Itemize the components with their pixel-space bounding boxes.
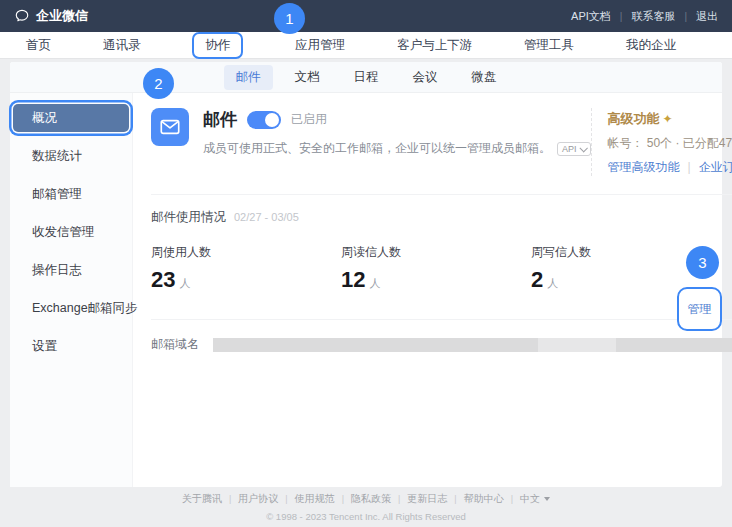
sidebar-item-mailbox-management[interactable]: 邮箱管理 [10, 180, 132, 208]
envelope-icon [159, 116, 181, 138]
annotation-step-2: 2 [143, 68, 174, 99]
app-header-info: 邮件 已启用 成员可使用正式、安全的工作邮箱，企业可以统一管理成员邮箱。 API [203, 108, 591, 176]
contact-support-link[interactable]: 联系客服 [611, 9, 676, 24]
app-header: 邮件 已启用 成员可使用正式、安全的工作邮箱，企业可以统一管理成员邮箱。 API [151, 93, 732, 176]
nav-item-customers[interactable]: 客户与上下游 [397, 37, 472, 54]
app-description: 成员可使用正式、安全的工作邮箱，企业可以统一管理成员邮箱。 [203, 140, 551, 157]
stat-unit: 人 [547, 276, 558, 291]
language-label: 中文 [520, 493, 540, 504]
stat-weekly-users: 周使用人数 23 人 [151, 244, 341, 293]
nav-item-admin-tools[interactable]: 管理工具 [524, 37, 574, 54]
stat-label: 周读信人数 [341, 244, 531, 261]
footer-link-usage-rules[interactable]: 使用规范 [278, 492, 334, 506]
tab-bar: 邮件 文档 日程 会议 微盘 [10, 62, 722, 93]
usage-stats: 周使用人数 23 人 周读信人数 12 人 [151, 244, 732, 293]
domain-redacted-bar [213, 338, 732, 352]
stat-unit: 人 [179, 276, 190, 291]
enterprise-order-link[interactable]: 企业订单 [680, 159, 732, 176]
tab-meeting[interactable]: 会议 [401, 65, 450, 90]
manage-premium-link[interactable]: 管理高级功能 [608, 159, 680, 176]
footer-link-user-agreement[interactable]: 用户协议 [222, 492, 278, 506]
stat-value: 12 [341, 267, 365, 293]
nav-item-contacts[interactable]: 通讯录 [103, 37, 141, 54]
sidebar-item-exchange-sync[interactable]: Exchange邮箱同步 [10, 294, 132, 322]
footer-link-privacy[interactable]: 隐私政策 [335, 492, 391, 506]
sidebar: 概况 数据统计 邮箱管理 收发信管理 操作日志 Exchange邮箱同步 设置 [10, 93, 133, 487]
sidebar-item-operation-log[interactable]: 操作日志 [10, 256, 132, 284]
premium-panel: 高级功能✦ 帐号： 50个 · 已分配47个 管理高级功能 企业订单 [591, 108, 732, 176]
mail-app-icon [151, 108, 189, 146]
nav-item-app-management[interactable]: 应用管理 [295, 37, 345, 54]
footer-link-about[interactable]: 关于腾讯 [182, 492, 222, 506]
api-dropdown-badge[interactable]: API [557, 142, 591, 156]
footer-links: 关于腾讯 用户协议 使用规范 隐私政策 更新日志 帮助中心 中文 [0, 492, 732, 506]
api-docs-link[interactable]: API文档 [571, 9, 611, 24]
footer-link-changelog[interactable]: 更新日志 [391, 492, 447, 506]
topbar: 企业微信 API文档 联系客服 退出 [0, 0, 732, 32]
footer-link-help-center[interactable]: 帮助中心 [447, 492, 503, 506]
nav-item-home[interactable]: 首页 [26, 37, 51, 54]
annotation-box-step1: 协作 [192, 32, 243, 59]
usage-title: 邮件使用情况 [151, 210, 226, 224]
domain-bar-highlight [538, 338, 617, 352]
app-title: 邮件 [203, 108, 237, 131]
tab-calendar[interactable]: 日程 [342, 65, 391, 90]
nav-item-my-company[interactable]: 我的企业 [626, 37, 676, 54]
sparkle-icon: ✦ [663, 112, 673, 126]
stat-label: 周使用人数 [151, 244, 341, 261]
sidebar-item-overview[interactable]: 概况 [13, 104, 129, 132]
tab-drive[interactable]: 微盘 [460, 65, 509, 90]
brand-name: 企业微信 [36, 7, 88, 25]
mail-enabled-toggle[interactable] [247, 111, 281, 129]
stat-value: 2 [531, 267, 543, 293]
sidebar-item-statistics[interactable]: 数据统计 [10, 142, 132, 170]
annotation-step-1: 1 [274, 3, 305, 34]
sidebar-item-send-receive[interactable]: 收发信管理 [10, 218, 132, 246]
stat-weekly-readers: 周读信人数 12 人 [341, 244, 531, 293]
domain-label: 邮箱域名 [151, 336, 199, 353]
premium-title: 高级功能 [608, 111, 660, 126]
mail-domain-row: 邮箱域名 [151, 319, 732, 353]
stat-unit: 人 [369, 276, 380, 291]
annotation-box-step3: 管理 [677, 287, 722, 331]
sidebar-item-settings[interactable]: 设置 [10, 332, 132, 360]
manage-domain-button[interactable]: 管理 [688, 301, 712, 318]
wecom-logo-icon [14, 8, 30, 24]
caret-down-icon [544, 497, 550, 501]
enabled-status-label: 已启用 [291, 111, 327, 128]
toggle-knob [265, 113, 279, 127]
stat-value: 23 [151, 267, 175, 293]
footer: 关于腾讯 用户协议 使用规范 隐私政策 更新日志 帮助中心 中文 © 1998 … [0, 492, 732, 522]
content-card: 邮件 文档 日程 会议 微盘 概况 数据统计 邮箱管理 收发信管理 操作日志 E… [10, 62, 722, 487]
topbar-links: API文档 联系客服 退出 [571, 9, 718, 24]
main-panel: 邮件 已启用 成员可使用正式、安全的工作邮箱，企业可以统一管理成员邮箱。 API [133, 93, 732, 487]
usage-period: 02/27 - 03/05 [234, 211, 299, 223]
nav-item-collaboration[interactable]: 协作 [205, 38, 230, 52]
premium-account-info: 帐号： 50个 · 已分配47个 [608, 135, 732, 152]
copyright: © 1998 - 2023 Tencent Inc. All Rights Re… [0, 511, 732, 522]
chevron-down-icon [579, 144, 587, 152]
annotation-step-3: 3 [686, 246, 719, 279]
language-selector[interactable]: 中文 [504, 492, 550, 506]
tab-docs[interactable]: 文档 [283, 65, 332, 90]
tab-mail[interactable]: 邮件 [224, 65, 273, 90]
api-badge-label: API [562, 144, 577, 154]
card-body: 概况 数据统计 邮箱管理 收发信管理 操作日志 Exchange邮箱同步 设置 [10, 93, 722, 487]
screen: 企业微信 API文档 联系客服 退出 首页 通讯录 协作 应用管理 客户与上下游… [0, 0, 732, 527]
brand: 企业微信 [14, 7, 88, 25]
main-nav: 首页 通讯录 协作 应用管理 客户与上下游 管理工具 我的企业 [0, 32, 732, 59]
logout-link[interactable]: 退出 [675, 9, 718, 24]
usage-section: 邮件使用情况02/27 - 03/05 周使用人数 23 人 周读信人数 [151, 194, 732, 293]
